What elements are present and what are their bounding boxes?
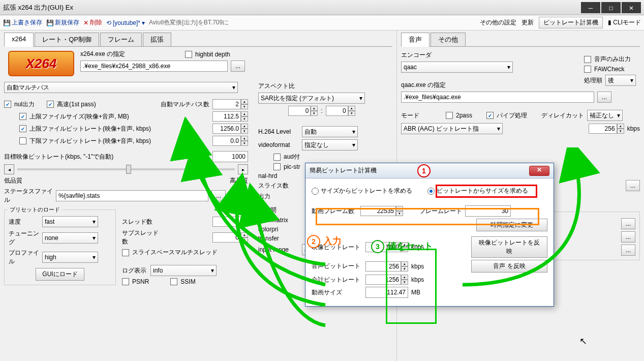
upper-bitrate-spinner[interactable]: ▴▾ — [212, 124, 248, 134]
new-save-button[interactable]: 💾新規保存 — [46, 18, 79, 27]
dialog-close-button[interactable]: ✕ — [529, 166, 549, 176]
order-label: 処理順 — [584, 76, 602, 85]
delay-label: ディレイカット — [541, 111, 584, 120]
threads-spinner[interactable]: ▴▾ — [212, 217, 248, 227]
anno-box-2 — [316, 208, 539, 225]
sar-h-spinner[interactable]: ▴▾ — [326, 106, 355, 116]
speed-select[interactable]: fast — [42, 216, 98, 227]
status-file-browse-button[interactable]: ... — [211, 190, 226, 201]
order-select[interactable]: 後 — [605, 75, 636, 86]
lower-bitrate-label: 下限ファイルビットレート(映像+音声, kbps) — [29, 137, 209, 145]
log-label: ログ表示 — [122, 266, 147, 275]
kbps-label: kbps — [627, 125, 640, 132]
psnr-label: PSNR — [132, 278, 149, 285]
delete-button[interactable]: ✕削除 — [83, 18, 102, 27]
audio-exe-browse-button[interactable]: ... — [597, 92, 611, 103]
audioonly-checkbox[interactable] — [584, 56, 591, 63]
threads-label: スレッド数 — [122, 218, 163, 226]
speed-label: 速度 — [9, 218, 39, 226]
multipass-num-spinner[interactable]: ▴▾ — [212, 99, 248, 109]
video-br-apply-button[interactable]: 映像ビットレートを反映 — [471, 236, 547, 258]
h264-level-select[interactable]: 自動 — [302, 126, 358, 137]
refresh-profile[interactable]: ⟲[youtube]*▾ — [106, 19, 145, 26]
aac-bitrate-spinner[interactable]: ▴▾ — [589, 124, 624, 134]
maximize-button[interactable]: ☐ — [601, 2, 621, 13]
ssim-label: SSIM — [180, 278, 195, 285]
delay-select[interactable]: 補正なし — [587, 110, 623, 121]
upper-bitrate-label: 上限ファイルビットレート(映像+音声, kbps) — [29, 125, 209, 133]
lower-bitrate-spinner[interactable]: ▴▾ — [212, 136, 248, 146]
status-file-label: ステータスファイル — [4, 187, 53, 204]
tab-audio[interactable]: 音声 — [401, 33, 430, 47]
audio-br-apply-button[interactable]: 音声 を反映 — [471, 260, 547, 273]
2pass-label: 2pass — [456, 112, 472, 119]
extra-browse-button-1[interactable]: ... — [626, 180, 640, 191]
upper-filesize-checkbox[interactable] — [19, 113, 26, 120]
close-button[interactable]: ✕ — [622, 2, 641, 13]
aspect-select[interactable]: SAR比を指定 (デフォルト) — [258, 93, 365, 104]
exe-label: x264.exe の指定 — [80, 50, 182, 58]
sar-w-spinner[interactable]: ▴▾ — [288, 106, 318, 116]
profile-select[interactable]: high — [42, 252, 98, 263]
videoformat-select[interactable]: 指定なし — [302, 139, 358, 151]
gui-load-button[interactable]: GUIにロード — [36, 268, 84, 281]
low-quality-label: 低品質 — [4, 176, 22, 185]
pipe-checkbox[interactable] — [486, 112, 494, 119]
upper-bitrate-checkbox[interactable] — [19, 125, 26, 132]
aac-mode-select[interactable]: ABR (AAC) ビットレート指 — [401, 123, 503, 134]
picstr-checkbox[interactable] — [273, 163, 281, 170]
refresh-icon: ⟲ — [106, 19, 111, 26]
slider-right-button[interactable]: ▸ — [238, 164, 248, 174]
highbit-checkbox[interactable] — [185, 51, 192, 58]
xe-browse-button[interactable]: ... — [621, 245, 635, 256]
update-button[interactable]: 更新 — [522, 18, 534, 27]
tab-frame[interactable]: フレーム — [100, 33, 142, 46]
fast1st-checkbox[interactable] — [47, 101, 54, 108]
bitrate-calc-button[interactable]: ビットレート計算機 — [539, 17, 603, 28]
encoder-select[interactable]: qaac — [401, 62, 513, 73]
audio-br-label: 音声ビットレート — [312, 262, 362, 270]
tab-other[interactable]: その他 — [431, 33, 466, 46]
tab-ext[interactable]: 拡張 — [143, 33, 171, 46]
highbit-label: highbit depth — [195, 51, 230, 58]
radio-from-bitrate[interactable] — [427, 188, 435, 195]
status-file-input[interactable] — [56, 190, 208, 201]
tab-x264[interactable]: x264 — [4, 33, 34, 47]
cli-mode-button[interactable]: ▮ CLIモード — [608, 18, 641, 27]
subthreads-label: サブスレッド数 — [122, 229, 163, 246]
exe-path-input[interactable] — [80, 61, 228, 72]
lower-bitrate-checkbox[interactable] — [19, 137, 26, 144]
save-button[interactable]: 💾上書き保存 — [3, 18, 42, 27]
tuning-select[interactable]: none — [42, 232, 98, 244]
fawcheck-checkbox[interactable] — [584, 66, 591, 73]
psnr-checkbox[interactable] — [122, 278, 129, 285]
minimize-button[interactable]: — — [581, 2, 600, 13]
tab-rate-qp[interactable]: レート・QP制御 — [35, 33, 99, 46]
slice-mt-checkbox[interactable] — [122, 249, 129, 256]
target-bitrate-input[interactable] — [212, 151, 248, 162]
audio-exe-input[interactable] — [401, 92, 594, 103]
total-br-label: 合計ビットレート — [312, 276, 362, 284]
upper-filesize-spinner[interactable]: ▴▾ — [212, 111, 248, 122]
window-title: 拡張 x264 出力(GUI) Ex — [3, 3, 581, 12]
pipe-label: パイプ処理 — [497, 111, 527, 120]
quality-slider[interactable] — [17, 168, 235, 170]
editor-exe-browse-button[interactable]: ... — [621, 231, 635, 243]
nul-checkbox[interactable] — [4, 101, 11, 108]
hint-text: Aviutl色変換[出力]をBT.709に — [149, 18, 229, 27]
other-settings-button[interactable]: その他の設定 — [480, 18, 516, 27]
toolbar: 💾上書き保存 💾新規保存 ✕削除 ⟲[youtube]*▾ Aviutl色変換[… — [0, 15, 644, 31]
video-br-label: 映像ビットレート — [312, 243, 362, 252]
subthreads-spinner[interactable]: ▴▾ — [212, 232, 248, 243]
2pass-checkbox[interactable] — [446, 112, 453, 119]
exe-browse-button[interactable]: ... — [231, 61, 245, 72]
r-exe-browse-button[interactable]: ... — [621, 218, 635, 229]
aud-checkbox[interactable] — [273, 154, 281, 161]
multipass-select[interactable]: 自動マルチパス — [4, 82, 238, 93]
tuning-label: チューニング — [9, 229, 39, 247]
ssim-checkbox[interactable] — [170, 278, 177, 285]
radio-from-size[interactable] — [312, 188, 319, 195]
size-label: 動画サイズ — [312, 288, 362, 297]
slider-left-button[interactable]: ◂ — [4, 164, 14, 174]
log-select[interactable]: info — [150, 265, 217, 276]
